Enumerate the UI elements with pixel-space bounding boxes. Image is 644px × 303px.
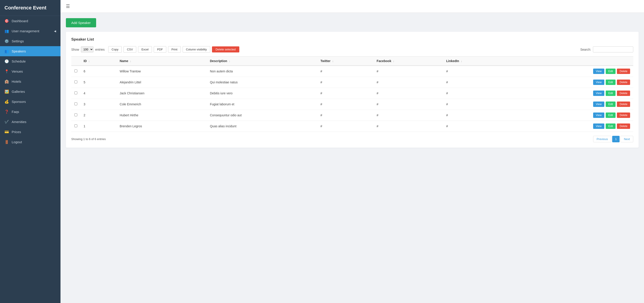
row-name: Brenden Legros <box>116 121 207 132</box>
delete-button[interactable]: Delete <box>617 102 630 107</box>
dashboard-icon: 🎯 <box>4 19 9 23</box>
delete-button[interactable]: Delete <box>617 112 630 118</box>
sidebar: Conference Event 🎯 Dashboard 👥 User mana… <box>0 0 60 303</box>
sidebar-item-label: Prices <box>12 130 21 134</box>
view-button[interactable]: View <box>593 102 604 107</box>
table-controls: Show 100 25 50 entries Copy CSV Excel PD… <box>71 46 633 53</box>
amenities-icon: ✔️ <box>4 120 9 124</box>
table-row: 3 Cole Emmerich Fugiat laborum et # # # … <box>71 99 633 110</box>
id-sort-icon[interactable]: ↕ <box>88 60 90 62</box>
row-id: 3 <box>80 99 116 110</box>
delete-button[interactable]: Delete <box>617 124 630 129</box>
search-input[interactable] <box>593 46 633 52</box>
view-button[interactable]: View <box>593 68 604 74</box>
facebook-sort-icon[interactable]: ↕ <box>393 60 394 62</box>
faqs-icon: ❓ <box>4 110 9 114</box>
row-checkbox[interactable] <box>74 102 77 105</box>
delete-button[interactable]: Delete <box>617 90 630 96</box>
sidebar-item-label: Sponsors <box>12 100 26 104</box>
sidebar-item-hotels[interactable]: 🏨 Hotels <box>0 76 60 86</box>
sidebar-item-schedule[interactable]: 🕐 Schedule <box>0 56 60 66</box>
previous-button[interactable]: Previous <box>593 136 611 142</box>
edit-button[interactable]: Edit <box>606 90 616 96</box>
card-title: Speaker List <box>71 37 633 42</box>
copy-button[interactable]: Copy <box>108 46 122 53</box>
row-checkbox[interactable] <box>74 124 77 127</box>
row-checkbox[interactable] <box>74 80 77 83</box>
row-twitter: # <box>317 77 374 88</box>
table-header: ID ↕ Name ↕ Description ↕ Twitter ↕ Face… <box>71 56 633 66</box>
edit-button[interactable]: Edit <box>606 80 616 85</box>
row-checkbox[interactable] <box>74 92 77 94</box>
excel-button[interactable]: Excel <box>138 46 152 53</box>
sidebar-item-label: User management <box>12 29 39 33</box>
row-linkedin: # <box>443 66 508 77</box>
row-twitter: # <box>317 88 374 99</box>
sidebar-item-amenities[interactable]: ✔️ Amenities <box>0 117 60 127</box>
sidebar-item-user-management[interactable]: 👥 User management ◀ <box>0 26 60 36</box>
view-button[interactable]: View <box>593 90 604 96</box>
sidebar-item-sponsors[interactable]: 💰 Sponsors <box>0 96 60 107</box>
sidebar-item-label: Amenities <box>12 120 26 124</box>
next-button[interactable]: Next <box>620 136 633 142</box>
row-linkedin: # <box>443 121 508 132</box>
row-name: Hubert Hirthe <box>116 110 207 121</box>
add-speaker-button[interactable]: Add Speaker <box>66 18 96 27</box>
sidebar-item-speakers[interactable]: 👥 Speakers <box>0 46 60 56</box>
delete-button[interactable]: Delete <box>617 68 630 74</box>
sidebar-item-dashboard[interactable]: 🎯 Dashboard <box>0 16 60 26</box>
sidebar-item-galleries[interactable]: 🖼️ Galleries <box>0 86 60 96</box>
view-button[interactable]: View <box>593 80 604 85</box>
row-description: Qui molestiae natus <box>207 77 317 88</box>
row-checkbox-cell <box>71 110 80 121</box>
sidebar-item-faqs[interactable]: ❓ Faqs <box>0 107 60 117</box>
app-title: Conference Event <box>0 0 60 16</box>
column-visibility-button[interactable]: Column visibility <box>182 46 210 53</box>
csv-button[interactable]: CSV <box>124 46 136 53</box>
header-description: Description ↕ <box>207 56 317 66</box>
prices-icon: 💳 <box>4 130 9 134</box>
search-area: Search: <box>580 46 633 52</box>
main-content: ☰ Add Speaker Speaker List Show 100 25 5… <box>60 0 644 303</box>
row-description: Consequuntur odio aut <box>207 110 317 121</box>
edit-button[interactable]: Edit <box>606 68 616 74</box>
sidebar-item-logout[interactable]: 🚪 Logout <box>0 137 60 147</box>
sidebar-item-label: Venues <box>12 70 23 73</box>
desc-sort-icon[interactable]: ↕ <box>229 60 230 62</box>
search-label: Search: <box>580 48 591 51</box>
row-facebook: # <box>374 77 443 88</box>
row-checkbox[interactable] <box>74 114 77 116</box>
table-row: 6 Willow Trantow Non autem dicta # # # V… <box>71 66 633 77</box>
row-name: Jack Christiansen <box>116 88 207 99</box>
row-actions: View Edit Delete <box>508 88 633 99</box>
print-button[interactable]: Print <box>168 46 181 53</box>
view-button[interactable]: View <box>593 112 604 118</box>
current-page[interactable]: 1 <box>612 136 620 142</box>
edit-button[interactable]: Edit <box>606 124 616 129</box>
row-checkbox-cell <box>71 121 80 132</box>
name-sort-icon[interactable]: ↕ <box>130 60 131 62</box>
row-checkbox-cell <box>71 88 80 99</box>
row-id: 6 <box>80 66 116 77</box>
twitter-sort-icon[interactable]: ↕ <box>332 60 334 62</box>
row-facebook: # <box>374 88 443 99</box>
table-body: 6 Willow Trantow Non autem dicta # # # V… <box>71 66 633 132</box>
header-name: Name ↕ <box>116 56 207 66</box>
linkedin-sort-icon[interactable]: ↕ <box>461 60 462 62</box>
pdf-button[interactable]: PDF <box>154 46 166 53</box>
sidebar-item-settings[interactable]: ⚙️ Settings <box>0 36 60 46</box>
menu-icon[interactable]: ☰ <box>66 4 70 9</box>
edit-button[interactable]: Edit <box>606 102 616 107</box>
sidebar-item-venues[interactable]: 📍 Venues <box>0 66 60 76</box>
edit-button[interactable]: Edit <box>606 112 616 118</box>
delete-button[interactable]: Delete <box>617 80 630 85</box>
topbar: ☰ <box>60 0 644 13</box>
sidebar-item-prices[interactable]: 💳 Prices <box>0 127 60 137</box>
row-actions: View Edit Delete <box>508 66 633 77</box>
entries-select[interactable]: 100 25 50 <box>81 46 94 52</box>
row-twitter: # <box>317 121 374 132</box>
row-checkbox-cell <box>71 66 80 77</box>
row-checkbox[interactable] <box>74 70 77 72</box>
view-button[interactable]: View <box>593 124 604 129</box>
delete-selected-button[interactable]: Delete selected <box>212 46 239 52</box>
